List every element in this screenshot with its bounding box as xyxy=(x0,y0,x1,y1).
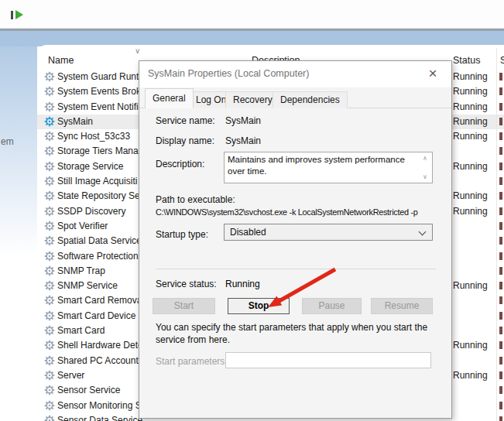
service-gear-icon xyxy=(44,131,55,142)
service-name: Smart Card Device E xyxy=(57,310,145,321)
tab-strip: General Log On Recovery Dependencies xyxy=(139,87,451,108)
service-name: System Event Notific xyxy=(57,101,143,112)
service-gear-icon xyxy=(44,101,55,112)
start-parameters-label: Start parameters: xyxy=(156,356,228,367)
clipped-startup-type-text xyxy=(499,416,502,421)
service-gear-icon xyxy=(44,325,55,336)
path-to-executable-label: Path to executable: xyxy=(156,194,235,205)
service-status: Running xyxy=(453,131,488,142)
service-name: Shared PC Account xyxy=(57,355,139,366)
startup-type-label: Startup type: xyxy=(156,229,208,240)
service-gear-icon xyxy=(44,415,55,421)
column-header-name[interactable]: Name xyxy=(48,55,74,66)
service-gear-icon xyxy=(44,340,55,351)
service-gear-icon xyxy=(44,190,55,201)
service-name: Storage Tiers Manag xyxy=(57,145,143,156)
pause-button: Pause xyxy=(302,298,362,314)
clipped-startup-type-text xyxy=(499,207,502,215)
service-status-label: Service status: xyxy=(156,279,217,289)
clipped-startup-type-text xyxy=(499,327,502,334)
extended-pane-clipped-text: em xyxy=(1,136,14,147)
dialog-title: SysMain Properties (Local Computer) xyxy=(148,68,309,79)
display-name-value: SysMain xyxy=(225,135,261,146)
mmc-toolbar xyxy=(0,0,504,29)
service-gear-icon xyxy=(44,265,55,276)
service-name-value: SysMain xyxy=(225,115,261,126)
clipped-startup-type-text xyxy=(499,132,502,140)
start-button: Start xyxy=(153,298,215,314)
clipped-startup-type-text xyxy=(499,118,502,125)
service-name: State Repository Ser xyxy=(57,190,143,201)
description-text: Maintains and improves system performanc… xyxy=(228,154,420,177)
service-status: Running xyxy=(453,340,488,351)
service-name: Spatial Data Service xyxy=(57,235,142,246)
description-textbox[interactable]: Maintains and improves system performanc… xyxy=(224,152,433,183)
start-parameters-hint: You can specify the start parameters tha… xyxy=(156,322,439,346)
service-gear-icon xyxy=(44,176,55,187)
service-name: System Guard Runti xyxy=(57,71,141,82)
column-header-status[interactable]: Status xyxy=(453,55,480,66)
service-name: SysMain xyxy=(57,116,93,127)
startup-type-dropdown[interactable]: Disabled xyxy=(224,224,433,241)
description-scrollbar[interactable]: ∧ ∨ xyxy=(420,152,431,183)
scroll-up-icon[interactable]: ∧ xyxy=(423,155,427,162)
clipped-startup-type-text xyxy=(499,147,502,155)
clipped-startup-type-text xyxy=(499,192,502,200)
close-icon[interactable]: × xyxy=(423,63,443,84)
scroll-down-icon[interactable]: ∨ xyxy=(423,173,427,180)
clipped-startup-type-text xyxy=(499,341,502,349)
service-name: Sync Host_53c33 xyxy=(57,131,130,142)
clipped-startup-type-text xyxy=(499,237,502,245)
service-name: Sensor Data Service xyxy=(57,415,142,421)
service-gear-icon xyxy=(44,280,55,291)
service-gear-icon xyxy=(44,295,55,306)
startup-type-selected-value: Disabled xyxy=(230,227,266,238)
service-gear-icon xyxy=(44,206,55,217)
service-gear-icon xyxy=(44,310,55,321)
stop-button[interactable]: Stop xyxy=(228,298,290,314)
service-gear-icon xyxy=(44,400,55,411)
dialog-titlebar[interactable]: SysMain Properties (Local Computer) × xyxy=(139,61,451,87)
path-to-executable-value: C:\WINDOWS\system32\svchost.exe -k Local… xyxy=(156,207,417,217)
service-gear-icon xyxy=(44,161,55,172)
extended-pane-background xyxy=(0,46,37,279)
service-gear-icon xyxy=(44,370,55,381)
clipped-startup-type-text xyxy=(499,222,502,230)
chevron-down-icon xyxy=(419,228,427,236)
resume-service-icon[interactable] xyxy=(11,10,25,20)
clipped-startup-type-text xyxy=(499,73,502,80)
service-status: Running xyxy=(453,161,488,172)
tab-dependencies[interactable]: Dependencies xyxy=(273,91,348,108)
start-parameters-input[interactable] xyxy=(225,352,431,368)
clipped-startup-type-text xyxy=(499,282,502,289)
service-name: Sensor Monitoring S xyxy=(57,400,142,411)
service-name: Sensor Service xyxy=(57,385,120,395)
header-band xyxy=(0,31,504,46)
service-gear-icon xyxy=(44,86,55,97)
service-status: Running xyxy=(453,370,488,381)
services-window: em Name ∨ Description Status S System Gu… xyxy=(0,0,504,421)
tab-general[interactable]: General xyxy=(145,88,194,108)
service-gear-icon xyxy=(44,355,55,366)
clipped-startup-type-text xyxy=(499,87,502,95)
service-name: Storage Service xyxy=(57,161,123,172)
service-name: SNMP Trap xyxy=(57,265,105,276)
section-divider xyxy=(156,269,436,269)
clipped-startup-type-text xyxy=(499,371,502,379)
service-gear-icon xyxy=(44,251,55,262)
service-name: Spot Verifier xyxy=(57,221,108,231)
service-name: Smart Card Remova xyxy=(57,295,142,306)
service-status: Running xyxy=(453,206,488,217)
service-gear-icon xyxy=(44,235,55,246)
service-name: Server xyxy=(57,370,84,381)
service-name: Shell Hardware Dete xyxy=(57,340,143,351)
service-gear-icon xyxy=(44,71,55,82)
sysmain-properties-dialog: SysMain Properties (Local Computer) × Ge… xyxy=(139,60,452,419)
service-gear-icon xyxy=(44,221,55,231)
service-name: Software Protection xyxy=(57,251,139,262)
clipped-startup-type-text xyxy=(499,267,502,275)
column-header-startup-type-clipped: S xyxy=(500,55,504,66)
service-name-label: Service name: xyxy=(156,115,215,126)
clipped-startup-type-text xyxy=(499,103,502,111)
service-status: Running xyxy=(453,86,488,97)
